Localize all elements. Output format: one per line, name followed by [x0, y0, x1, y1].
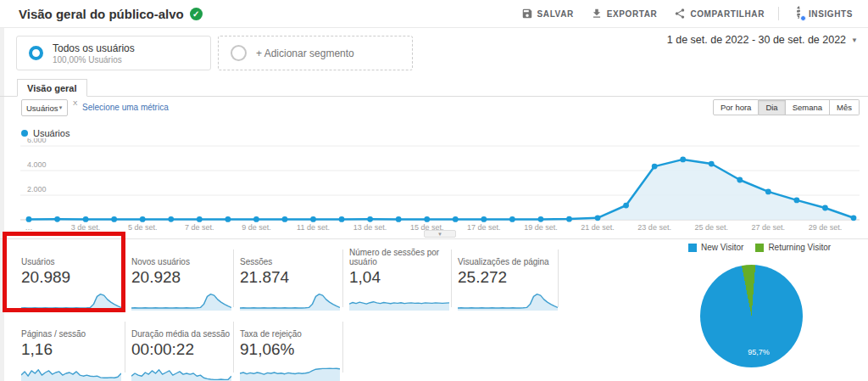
export-button[interactable]: EXPORTAR [584, 3, 665, 25]
tab-overview[interactable]: Visão geral [17, 79, 87, 97]
svg-text:2.000: 2.000 [27, 185, 47, 193]
sparkline [131, 289, 231, 311]
visitor-type-pie-chart: 95,7% [700, 265, 803, 367]
scorecard-label[interactable]: Usuários [21, 247, 125, 266]
sparkline [21, 289, 121, 311]
section-divider [0, 238, 868, 239]
legend-swatch-icon [688, 244, 697, 252]
metric-dropdown[interactable]: Usuários ▼ [21, 99, 68, 116]
card-separator [125, 249, 125, 307]
scorecard-sessions: Sessões 21.874 [240, 247, 343, 311]
segment-all-users[interactable]: Todos os usuários 100,00% Usuários [16, 36, 211, 70]
svg-text:27 de set.: 27 de set. [752, 223, 786, 232]
svg-text:7 de set.: 7 de set. [185, 223, 214, 232]
scorecard-value: 00:00:22 [131, 340, 235, 359]
svg-text:29 de set.: 29 de set. [809, 223, 843, 232]
time-granularity-group: Por hora Dia Semana Mês [713, 99, 860, 115]
verified-shield-icon: ✓ [190, 8, 203, 20]
chevron-down-icon: ▼ [58, 105, 64, 110]
svg-text:4.000: 4.000 [27, 160, 47, 169]
pie-slice-label: 95,7% [748, 348, 770, 356]
select-metric-link[interactable]: Selecione uma métrica [82, 103, 169, 112]
chevron-down-icon: ▼ [851, 36, 858, 44]
card-separator [558, 249, 559, 307]
scorecard-value: 1,16 [21, 340, 125, 359]
legend-swatch-icon [755, 244, 764, 252]
legend-label: Usuários [33, 128, 70, 138]
scorecard-value: 1,04 [349, 268, 453, 287]
scorecard-label[interactable]: Duração média da sessão [131, 319, 235, 339]
scorecard-avg-session-duration: Duração média da sessão 00:00:22 [131, 319, 235, 381]
granularity-hour-button[interactable]: Por hora [713, 99, 759, 115]
card-separator [451, 249, 452, 307]
scorecard-value: 20.989 [21, 268, 125, 287]
date-range-selector[interactable]: 1 de set. de 2022 - 30 de set. de 2022 ▼ [667, 34, 858, 46]
card-separator [125, 322, 125, 373]
sparkline [131, 361, 231, 381]
legend-dot-icon [21, 130, 28, 137]
svg-text:3 de set.: 3 de set. [71, 223, 101, 232]
granularity-week-button[interactable]: Semana [786, 99, 830, 115]
card-separator [342, 322, 343, 373]
scorecard-value: 21.874 [240, 268, 343, 287]
header-actions: SALVAR EXPORTAR COMPARTILHAR INSIGHTS [515, 3, 868, 25]
card-separator [233, 322, 234, 373]
svg-text:25 de set.: 25 de set. [694, 223, 728, 232]
users-line-chart: 2.0004.0006.000…3 de set.5 de set.7 de s… [20, 138, 860, 235]
card-separator [342, 249, 343, 307]
pie-legend-returning-visitor: Returning Visitor [755, 243, 831, 252]
scorecard-label[interactable]: Sessões [240, 247, 343, 266]
divider [778, 7, 779, 20]
svg-text:9 de set.: 9 de set. [242, 223, 271, 232]
card-separator [233, 249, 234, 307]
scorecard-label[interactable]: Visualizações de página [458, 247, 561, 266]
share-button[interactable]: COMPARTILHAR [667, 3, 771, 25]
pie-legend-new-visitor: New Visitor [688, 243, 743, 252]
scorecard-bounce-rate: Taxa de rejeição 91,06% [240, 319, 343, 381]
scorecard-value: 25.272 [458, 268, 561, 287]
segment-title: Todos os usuários [53, 42, 135, 54]
add-segment-button[interactable]: + Adicionar segmento [218, 36, 413, 70]
save-button[interactable]: SALVAR [515, 3, 581, 25]
scorecard-new-users: Novos usuários 20.928 [131, 247, 235, 311]
sparkline [21, 361, 121, 381]
scorecard-label[interactable]: Número de sessões por usuário [349, 247, 453, 266]
svg-text:21 de set.: 21 de set. [581, 223, 615, 232]
svg-text:19 de set.: 19 de set. [524, 223, 558, 232]
vs-label: X [73, 99, 77, 107]
scorecard-label[interactable]: Novos usuários [131, 247, 235, 266]
scorecard-pageviews: Visualizações de página 25.272 [458, 247, 561, 311]
granularity-day-button[interactable]: Dia [759, 99, 785, 115]
insights-icon [793, 8, 804, 20]
pie-legend: New Visitor Returning Visitor [688, 243, 831, 252]
segment-ring-icon [29, 46, 43, 60]
segment-subtitle: 100,00% Usuários [53, 55, 135, 64]
scorecard-users: Usuários 20.989 [21, 247, 125, 311]
svg-text:13 de set.: 13 de set. [353, 223, 387, 232]
sparkline [240, 361, 340, 381]
report-header: Visão geral do público-alvo ✓ SALVAR EXP… [0, 0, 868, 28]
page-title: Visão geral do público-alvo [19, 7, 184, 21]
scorecard-pages-per-session: Páginas / sessão 1,16 [21, 319, 125, 381]
scorecard-sessions-per-user: Número de sessões por usuário 1,04 [349, 247, 453, 311]
share-icon [674, 8, 686, 20]
insights-button[interactable]: INSIGHTS [786, 3, 860, 25]
page-gutter [0, 28, 4, 381]
svg-text:11 de set.: 11 de set. [297, 223, 330, 232]
date-range-text: 1 de set. de 2022 - 30 de set. de 2022 [667, 34, 846, 46]
scorecard-label[interactable]: Taxa de rejeição [240, 319, 343, 339]
svg-text:17 de set.: 17 de set. [467, 223, 501, 232]
svg-text:5 de set.: 5 de set. [128, 223, 158, 232]
chart-legend: Usuários [21, 128, 70, 138]
sparkline [458, 289, 558, 311]
sparkline [240, 289, 340, 311]
download-icon [591, 8, 603, 20]
granularity-month-button[interactable]: Mês [830, 99, 860, 115]
tab-divider [0, 96, 868, 97]
sparkline [349, 289, 449, 311]
svg-text:23 de set.: 23 de set. [637, 223, 671, 232]
scorecard-label[interactable]: Páginas / sessão [21, 319, 125, 339]
chart-collapse-handle[interactable]: ▼ [424, 230, 456, 238]
svg-text:…: … [25, 223, 33, 232]
scorecard-value: 20.928 [131, 268, 235, 287]
